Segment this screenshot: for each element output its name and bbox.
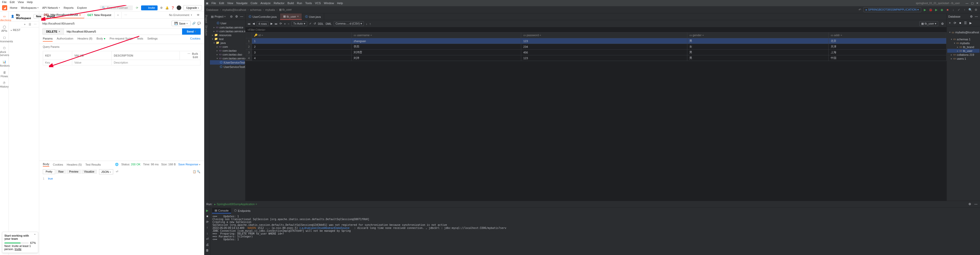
comment-icon[interactable]: 💬 — [197, 22, 201, 25]
environment-selector[interactable]: No Environment▾ 👁 — [166, 12, 202, 18]
left-gutter[interactable]: Project Structure — [204, 13, 209, 201]
search-response-icon[interactable]: 🔍 — [197, 170, 200, 173]
filter-input[interactable] — [245, 27, 947, 32]
tree-item[interactable]: ▸▭ com.taotao.service.impl — [210, 29, 245, 33]
menu-refactor[interactable]: Refactor — [274, 2, 285, 5]
tree-item[interactable]: Ⓒ UserServiceTestCase — [210, 64, 245, 69]
rail-history[interactable]: ⏱History — [1, 80, 8, 90]
rail-collections[interactable]: ▭Collections — [1, 13, 8, 23]
run-app-name[interactable]: ▸ Springboot08SsmpApplication × — [214, 202, 257, 206]
filter-icon[interactable]: ☰ — [28, 22, 32, 26]
git-push-icon[interactable]: ↑ — [963, 8, 967, 12]
tab-request-1[interactable]: DEL http://localhost:80/use ● — [41, 12, 84, 18]
profile-icon[interactable]: ◉ — [940, 8, 944, 12]
hide-icon[interactable]: — — [974, 14, 978, 19]
viewtab-raw[interactable]: Raw — [56, 170, 66, 174]
resptab-body[interactable]: Body — [43, 162, 49, 167]
commit-icon[interactable]: ✓ — [309, 22, 312, 25]
ddl-button[interactable]: DDL — [318, 22, 324, 25]
reqtab-headers[interactable]: Headers (8) — [77, 37, 92, 42]
menu-tools[interactable]: Tools — [305, 2, 312, 5]
menu-window[interactable]: Window — [324, 2, 334, 5]
trash-icon[interactable]: 🗑 — [205, 248, 209, 252]
add-row-icon[interactable]: + — [284, 22, 285, 25]
tab-menu[interactable]: ⋯ — [121, 12, 130, 18]
export-icon[interactable]: ↓ — [366, 22, 368, 25]
run-config-selector[interactable]: ▸ SPRINGBOOT08SSMPAPPLICATION ▾ — [864, 7, 921, 12]
reqtab-prereq[interactable]: Pre-request Script — [110, 37, 132, 42]
db-tree-item[interactable]: ▾ ▭ mybatis — [947, 41, 980, 45]
tree-item[interactable]: ▸▭ com — [210, 45, 245, 48]
crumb-db[interactable]: mybatis — [266, 8, 275, 11]
reqtab-auth[interactable]: Authorization — [57, 37, 73, 42]
first-icon[interactable]: ⏮ — [248, 22, 250, 25]
minimize-icon[interactable]: — — [966, 2, 968, 5]
settings-icon[interactable]: ⚙ — [940, 22, 944, 26]
reqtab-settings[interactable]: Settings — [147, 37, 158, 42]
workspace-header[interactable]: 👤 My Workspace New Import — [9, 12, 39, 21]
key-input[interactable]: Key — [43, 60, 72, 65]
nav-home[interactable]: Home — [10, 6, 17, 9]
menu-code[interactable]: Code — [251, 2, 258, 5]
tree-item[interactable]: ▸📁 resources — [210, 33, 245, 37]
table-row[interactable]: 22李四234女天津 — [246, 44, 947, 50]
desc-input[interactable]: Description — [112, 60, 200, 65]
tree-item[interactable]: Ⓒ IUserServiceTestcase — [210, 60, 245, 64]
dml-button[interactable]: DML — [326, 22, 332, 25]
crumb-conn[interactable]: mybatis@localhost — [222, 8, 246, 11]
up-icon[interactable]: ↑ — [205, 226, 209, 230]
share-icon[interactable]: 🔗 — [192, 22, 196, 25]
value-input[interactable]: Value — [72, 60, 112, 65]
toast-invite-link[interactable]: Invite — [15, 247, 21, 250]
db-tree-item[interactable]: ▾ ▭ schemas 1 — [947, 37, 980, 41]
refresh-icon[interactable]: ⟳ — [280, 22, 282, 25]
crumb-schemas[interactable]: schemas — [250, 8, 261, 11]
resptab-cookies[interactable]: Cookies — [53, 163, 63, 166]
crumb-table[interactable]: ▦ tb_user — [279, 8, 292, 11]
console-output[interactable]: <== Updates: 1 Closing non transactional… — [210, 214, 980, 255]
viewtab-visualize[interactable]: Visualize — [81, 170, 97, 174]
more-icon[interactable]: ⋯ — [188, 52, 190, 55]
restart-icon[interactable]: ⟳ — [205, 220, 209, 224]
rail-flows[interactable]: ⇶Flows — [1, 69, 8, 79]
debug-icon[interactable]: 🐞 — [928, 8, 932, 12]
collapse-icon[interactable]: ⊖ — [229, 14, 233, 19]
save-button[interactable]: 💾Save▾ — [172, 21, 191, 26]
git-update-icon[interactable]: ↓ — [951, 8, 955, 12]
rail-mock[interactable]: ⎔Mock Servers — [1, 45, 8, 58]
tree-item[interactable]: ▸▭ com.taotao.dao — [210, 53, 245, 56]
reqtab-params[interactable]: Params — [43, 37, 52, 42]
edtab-tbuser[interactable]: ▦tb_user × — [280, 13, 302, 20]
tab-add[interactable]: + — [115, 12, 121, 18]
menu-view[interactable]: View — [18, 0, 24, 3]
nav-explore[interactable]: Explore — [77, 6, 87, 9]
sync-icon[interactable]: ⟳ — [135, 6, 139, 10]
menu-run[interactable]: Run — [297, 2, 302, 5]
git-commit-icon[interactable]: ✓ — [957, 8, 961, 12]
menu-view[interactable]: View — [227, 2, 233, 5]
invite-button[interactable]: 👤Invite — [141, 5, 158, 10]
help-icon[interactable]: ❓ — [171, 6, 175, 10]
viewtab-pretty[interactable]: Pretty — [43, 169, 55, 174]
prev-icon[interactable]: ◀ — [253, 22, 255, 25]
print-icon[interactable]: 🖨 — [205, 242, 209, 247]
resptab-tests[interactable]: Test Results — [85, 163, 101, 166]
down-icon[interactable]: ↓ — [205, 231, 209, 235]
menu-build[interactable]: Build — [288, 2, 294, 5]
rail-apis[interactable]: ◯APIs — [1, 24, 8, 34]
nav-workspaces[interactable]: Workspaces▾ — [21, 6, 38, 9]
tree-item[interactable]: Ⓒ User — [210, 21, 245, 25]
db-tree-item[interactable]: ▸ ▭ tb_brand — [947, 45, 980, 49]
send-button[interactable]: Send▾ — [182, 29, 200, 35]
eye-icon[interactable]: 👁 — [196, 13, 200, 17]
reqtab-tests[interactable]: Tests — [137, 37, 143, 42]
avatar-icon[interactable] — [177, 5, 181, 10]
rail-environments[interactable]: ▢Environments — [1, 34, 8, 45]
upgrade-button[interactable]: Upgrade ▾ — [183, 5, 202, 10]
run-icon[interactable]: ▶ — [923, 8, 927, 12]
tree-item[interactable]: ▾📁 java — [210, 41, 245, 45]
table-row[interactable]: 33刘沛霞456男上海 — [246, 50, 947, 55]
plus-icon[interactable]: + — [23, 22, 27, 26]
coverage-icon[interactable]: ▶ — [934, 8, 938, 12]
tx-mode[interactable]: Tx Auto ▾ — [291, 21, 307, 26]
